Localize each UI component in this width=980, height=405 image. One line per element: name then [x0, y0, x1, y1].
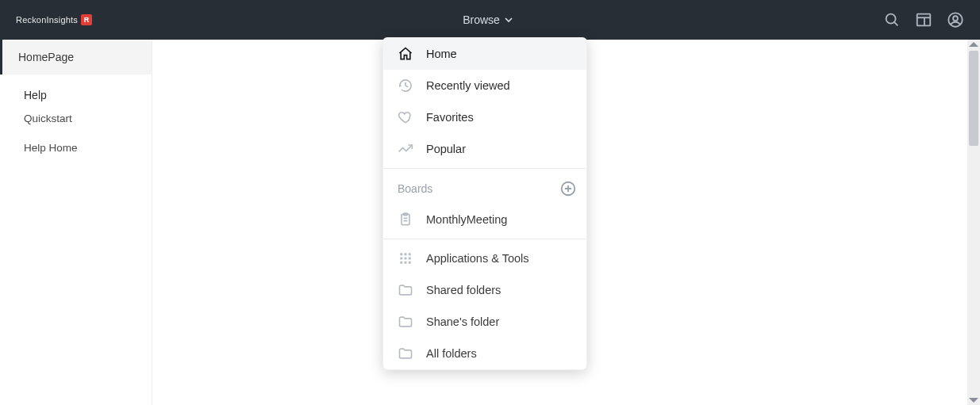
sidebar-item-help-home[interactable]: Help Home — [0, 136, 152, 160]
layout-button[interactable] — [915, 11, 932, 29]
dropdown-item-label: Home — [426, 48, 457, 60]
svg-rect-21 — [405, 262, 407, 264]
dropdown-item-label: MonthlyMeeting — [426, 213, 507, 226]
boards-title: Boards — [398, 182, 432, 195]
layout-icon — [915, 11, 932, 29]
trending-icon — [398, 141, 413, 157]
folder-icon — [398, 282, 413, 298]
svg-rect-19 — [409, 258, 411, 260]
svg-rect-17 — [400, 258, 402, 260]
divider — [383, 239, 586, 239]
svg-rect-20 — [400, 262, 402, 264]
dropdown-item-shared-folders[interactable]: Shared folders — [383, 274, 586, 306]
divider — [383, 168, 586, 169]
brand-badge-icon: R — [81, 14, 92, 25]
scrollbar-thumb[interactable] — [969, 51, 978, 146]
svg-point-0 — [886, 14, 896, 24]
sidebar-item-label: Help Home — [24, 142, 78, 154]
search-icon — [883, 11, 901, 29]
add-board-button[interactable] — [559, 180, 577, 197]
svg-rect-14 — [400, 253, 402, 255]
clipboard-icon — [398, 212, 413, 227]
svg-rect-16 — [409, 253, 411, 255]
dropdown-item-recently-viewed[interactable]: Recently viewed — [383, 70, 586, 101]
browse-dropdown: Home Recently viewed Favorites Popular B… — [382, 37, 587, 370]
dropdown-item-label: Recently viewed — [426, 79, 510, 92]
folder-icon — [398, 314, 413, 330]
dropdown-item-label: Applications & Tools — [426, 252, 529, 265]
dropdown-item-label: Favorites — [426, 111, 474, 124]
sidebar-item-homepage[interactable]: HomePage — [0, 40, 152, 75]
user-circle-icon — [947, 11, 964, 29]
apps-icon — [398, 250, 413, 266]
dropdown-item-shanes-folder[interactable]: Shane's folder — [383, 306, 586, 338]
browse-label: Browse — [463, 13, 500, 26]
dropdown-item-applications-tools[interactable]: Applications & Tools — [383, 243, 586, 274]
chevron-down-icon — [505, 16, 513, 24]
top-header: ReckonInsights R Browse — [0, 0, 980, 40]
dropdown-item-favorites[interactable]: Favorites — [383, 101, 586, 133]
sidebar-item-quickstart[interactable]: Quickstart — [0, 106, 152, 131]
svg-line-1 — [894, 22, 897, 25]
sidebar-item-label: HomePage — [18, 51, 74, 63]
svg-rect-18 — [405, 258, 407, 260]
home-icon — [398, 46, 413, 62]
history-icon — [398, 78, 413, 94]
folder-icon — [398, 346, 413, 361]
dropdown-item-label: Shane's folder — [426, 315, 499, 328]
left-sidebar: HomePage Help Quickstart Help Home — [0, 40, 152, 405]
brand-name: ReckonInsights — [16, 15, 78, 25]
heart-icon — [398, 109, 413, 125]
account-button[interactable] — [947, 11, 964, 29]
sidebar-item-label: Quickstart — [24, 113, 72, 124]
svg-rect-15 — [405, 253, 407, 255]
dropdown-item-popular[interactable]: Popular — [383, 133, 586, 165]
dropdown-item-label: Popular — [426, 143, 466, 155]
dropdown-item-label: All folders — [426, 347, 477, 360]
dropdown-board-monthlymeeting[interactable]: MonthlyMeeting — [383, 204, 586, 235]
sidebar-section-help: Help — [0, 75, 152, 106]
dropdown-section-boards: Boards — [383, 172, 586, 204]
dropdown-item-label: Shared folders — [426, 284, 501, 296]
dropdown-item-all-folders[interactable]: All folders — [383, 338, 586, 369]
svg-rect-22 — [409, 262, 411, 264]
search-button[interactable] — [883, 11, 901, 29]
svg-point-6 — [953, 16, 958, 21]
dropdown-item-home[interactable]: Home — [383, 38, 586, 70]
brand-logo[interactable]: ReckonInsights R — [16, 14, 92, 25]
vertical-scrollbar[interactable] — [967, 40, 980, 405]
browse-menu-trigger[interactable]: Browse — [463, 13, 513, 26]
plus-circle-icon — [559, 180, 577, 197]
header-actions — [883, 11, 964, 29]
